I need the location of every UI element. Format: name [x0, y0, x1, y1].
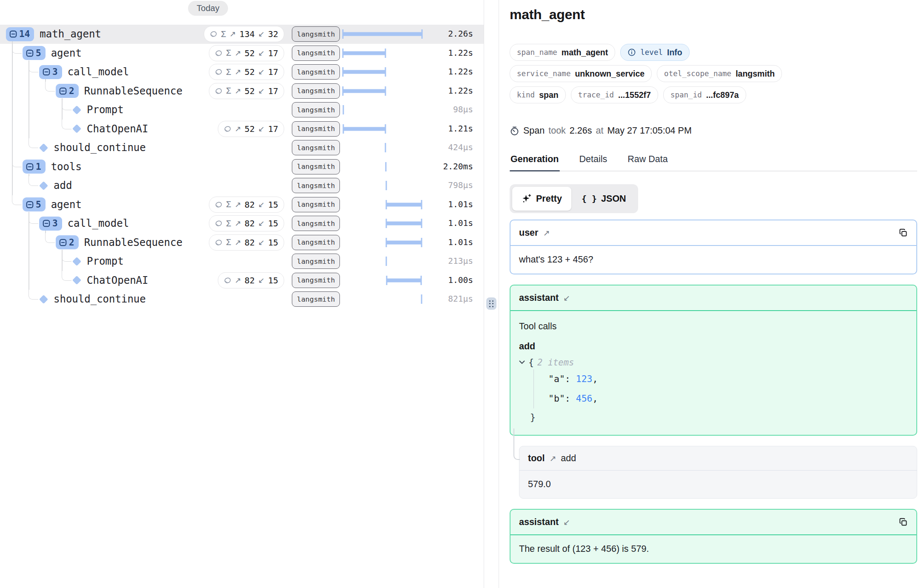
tag-pill-kind[interactable]: kindspan — [510, 86, 566, 103]
json-entry: "a": 123, — [534, 369, 908, 389]
pretty-view-button[interactable]: Pretty — [512, 187, 571, 211]
stopwatch-icon — [510, 126, 519, 136]
timing-timestamp: May 27 17:05:04 PM — [607, 126, 691, 136]
duration-bar-endcap — [385, 49, 386, 58]
json-view-button[interactable]: { } JSON — [572, 187, 636, 211]
trace-row-ChatOpenAI[interactable]: ChatOpenAI↗52↙17langsmith1.21s — [0, 120, 484, 139]
trace-row-agent[interactable]: 5agentΣ↗82↙15langsmith1.01s — [0, 195, 484, 214]
token-usage-pill: Σ↗52↙17 — [209, 83, 284, 99]
trace-row-call_model[interactable]: 3call_modelΣ↗82↙15langsmith1.01s — [0, 214, 484, 233]
duration-bar-startcap — [385, 200, 387, 209]
user-message-body: what's 123 + 456? — [510, 246, 916, 274]
collapse-badge[interactable]: 5 — [23, 46, 46, 60]
sigma-icon: Σ — [226, 86, 231, 96]
input-tokens-arrow-icon: ↗ — [235, 49, 241, 58]
duration-bar — [343, 127, 385, 131]
provider-badge: langsmith — [292, 140, 340, 155]
collapse-minus-icon — [42, 219, 51, 228]
trace-row-label: add — [39, 176, 72, 195]
tag-pill-otel_scope_name[interactable]: otel_scope_namelangsmith — [657, 65, 782, 82]
input-tokens-count: 82 — [245, 200, 255, 210]
provider-badge: langsmith — [292, 64, 340, 80]
collapse-badge[interactable]: 3 — [39, 65, 62, 79]
json-label: JSON — [601, 194, 626, 204]
tokens-coin-icon — [215, 220, 222, 227]
today-button[interactable]: Today — [188, 1, 228, 16]
trace-row-RunnableSequence[interactable]: 2RunnableSequenceΣ↗82↙15langsmith1.01s — [0, 233, 484, 252]
duration-tick — [385, 143, 386, 152]
tag-key: trace_id — [578, 91, 614, 99]
copy-button[interactable] — [898, 517, 908, 527]
duration-text: 2.20ms — [431, 157, 473, 177]
tokens-coin-icon — [215, 201, 222, 208]
duration-bar-endcap — [421, 200, 422, 209]
descendant-count: 2 — [69, 86, 74, 96]
tab-raw-data[interactable]: Raw Data — [627, 154, 668, 171]
tree-guide-line — [29, 82, 29, 101]
trace-row-Prompt[interactable]: Promptlangsmith213µs — [0, 252, 484, 271]
duration-bar-startcap — [342, 86, 344, 96]
trace-row-tools[interactable]: 1toolslangsmith2.20ms — [0, 157, 484, 177]
sigma-icon: Σ — [226, 219, 231, 228]
trace-row-label: should_continue — [39, 138, 146, 157]
trace-row-ChatOpenAI[interactable]: ChatOpenAI↗82↙15langsmith1.00s — [0, 271, 484, 290]
collapse-badge[interactable]: 3 — [39, 217, 62, 231]
duration-bar-startcap — [386, 276, 388, 285]
span-name-text: should_continue — [54, 142, 146, 154]
copy-button[interactable] — [898, 228, 908, 237]
duration-tick — [385, 162, 386, 171]
output-tokens-arrow-icon: ↙ — [258, 238, 265, 247]
output-tokens-arrow-icon: ↙ — [258, 200, 265, 209]
tag-value: math_agent — [562, 48, 608, 57]
span-attribute-tags: span_namemath_agentlevelInfoservice_name… — [510, 44, 917, 103]
span-name-text: tools — [51, 161, 82, 173]
tab-details[interactable]: Details — [579, 154, 608, 171]
trace-row-label: 2RunnableSequence — [56, 233, 183, 252]
collapse-badge[interactable]: 5 — [23, 197, 46, 211]
input-tokens-count: 52 — [245, 67, 255, 77]
span-name-text: ChatOpenAI — [87, 123, 148, 135]
span-detail-panel: math_agent span_namemath_agentlevelInfos… — [499, 0, 924, 588]
trace-row-agent[interactable]: 5agentΣ↗52↙17langsmith1.22s — [0, 44, 484, 63]
collapse-badge[interactable]: 14 — [6, 27, 34, 41]
trace-row-Prompt[interactable]: Promptlangsmith98µs — [0, 100, 484, 120]
timing-duration: 2.26s — [570, 126, 592, 136]
duration-bar — [343, 51, 385, 55]
tag-row: service_nameunknown_serviceotel_scope_na… — [510, 65, 917, 82]
tag-pill-span_name[interactable]: span_namemath_agent — [510, 44, 615, 61]
tag-pill-level[interactable]: levelInfo — [620, 44, 689, 61]
trace-row-should_continue[interactable]: should_continuelangsmith424µs — [0, 138, 484, 157]
token-usage-pill: ↗52↙17 — [218, 121, 284, 137]
tag-pill-service_name[interactable]: service_nameunknown_service — [510, 65, 652, 82]
trace-row-label: 14math_agent — [6, 25, 101, 44]
provider-badge: langsmith — [292, 46, 340, 61]
role-label: tool — [528, 453, 545, 464]
resize-handle-icon[interactable] — [486, 297, 496, 310]
tag-pill-trace_id[interactable]: trace_id...1552f7 — [571, 86, 658, 103]
trace-row-math_agent[interactable]: 14math_agentΣ↗134↙32langsmith2.26s — [0, 25, 484, 44]
duration-text: 1.01s — [431, 233, 473, 252]
descendant-count: 3 — [52, 67, 58, 77]
input-tokens-count: 52 — [245, 48, 255, 58]
sparkle-icon — [522, 194, 532, 204]
duration-tick — [385, 257, 387, 266]
output-tokens-count: 17 — [268, 48, 278, 58]
braces-icon: { } — [582, 194, 597, 204]
tree-guide-line — [12, 63, 13, 82]
duration-bar — [343, 89, 385, 93]
tag-pill-span_id[interactable]: span_id...fc897a — [663, 86, 746, 103]
trace-row-add[interactable]: addlangsmith798µs — [0, 176, 484, 195]
trace-row-RunnableSequence[interactable]: 2RunnableSequenceΣ↗52↙17langsmith1.22s — [0, 82, 484, 101]
collapse-badge[interactable]: 1 — [23, 160, 46, 174]
trace-row-call_model[interactable]: 3call_modelΣ↗52↙17langsmith1.22s — [0, 63, 484, 82]
json-root-line[interactable]: { 2 items — [519, 357, 908, 368]
trace-row-should_continue[interactable]: should_continuelangsmith821µs — [0, 290, 484, 309]
collapse-badge[interactable]: 2 — [56, 235, 79, 249]
duration-text: 1.21s — [431, 120, 473, 139]
tab-generation[interactable]: Generation — [510, 154, 560, 171]
provider-badge: langsmith — [292, 121, 340, 137]
span-name-text: ChatOpenAI — [87, 274, 148, 286]
input-tokens-count: 82 — [245, 237, 255, 248]
descendant-count: 14 — [19, 29, 30, 39]
collapse-badge[interactable]: 2 — [56, 84, 79, 98]
